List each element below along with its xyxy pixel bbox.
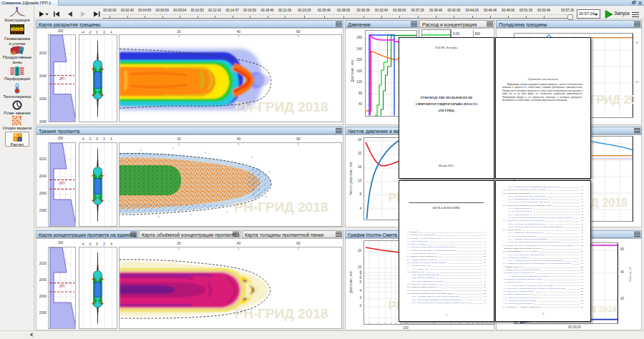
svg-text:ИП: ИП — [59, 77, 65, 81]
svg-text:ИП: ИП — [59, 181, 65, 185]
svg-text:РН-ГРИД 2018: РН-ГРИД 2018 — [235, 306, 328, 321]
svg-text:ИП: ИП — [59, 284, 65, 288]
svg-text:РН-ГРИД 2018: РН-ГРИД 2018 — [235, 99, 328, 114]
